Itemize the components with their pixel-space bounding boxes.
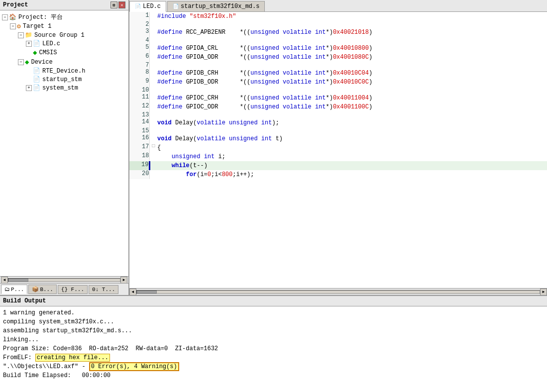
code-content-17[interactable]: { (157, 143, 547, 152)
build-line-5: Program Size: Code=836 RO-data=252 RW-da… (3, 344, 544, 353)
functions-tab-label: {} F... (61, 287, 84, 293)
left-tab-templates[interactable]: 0↓ T... (89, 285, 118, 294)
tree-toggle-target1[interactable]: − (10, 23, 16, 29)
scroll-track[interactable] (8, 278, 120, 282)
fold-9 (149, 78, 157, 87)
code-content-15[interactable] (157, 127, 547, 134)
code-editor-area[interactable]: 1 #include "stm32f10x.h" 2 3 (129, 12, 547, 288)
build-output-panel: Build Output 1 warning generated. compil… (0, 295, 547, 392)
code-content-19[interactable]: while(t--) (157, 161, 547, 170)
tree-item-target1[interactable]: − ⚙ Target 1 (1, 22, 127, 31)
code-row-15: 15 (129, 127, 547, 134)
tab-ledc[interactable]: 📄 LED.c (129, 1, 166, 12)
fromelf-highlight: creating hex file... (35, 354, 110, 362)
line-num-16: 16 (129, 134, 149, 143)
line-num-11: 11 (129, 94, 149, 102)
fold-8 (149, 69, 157, 78)
tree-label-ledc: LED.c (42, 40, 60, 47)
fold-3 (149, 28, 157, 37)
left-tab-project[interactable]: 🗂 P... (1, 285, 27, 294)
code-content-5[interactable]: #define GPIOA_CRL *((unsigned volatile i… (157, 44, 547, 53)
books-tab-icon: 📦 (32, 286, 39, 293)
fold-20 (149, 170, 157, 179)
code-row-4: 4 (129, 37, 547, 44)
code-content-14[interactable]: void Delay(volatile unsigned int); (157, 118, 547, 127)
code-content-12[interactable]: #define GPIOC_ODR *((unsigned volatile i… (157, 102, 547, 111)
code-content-20[interactable]: for(i=0;i<800;i++); (157, 170, 547, 179)
project-panel: Project ⊞ ✕ − 🏠 Project: 平台 − (0, 0, 129, 295)
code-row-9: 9 #define GPIOB_ODR *((unsigned volatile… (129, 78, 547, 87)
line-num-4: 4 (129, 37, 149, 44)
tree-hscrollbar[interactable]: ◄ ► (0, 276, 128, 283)
tree-toggle-device[interactable]: − (18, 59, 24, 65)
project-tab-label: P... (11, 287, 24, 293)
fold-2 (149, 21, 157, 28)
code-content-8[interactable]: #define GPIOB_CRH *((unsigned volatile i… (157, 69, 547, 78)
line-num-8: 8 (129, 69, 149, 78)
tree-item-startup[interactable]: 📄 startup_stm (1, 75, 127, 84)
panel-close-btn[interactable]: ✕ (118, 1, 125, 8)
tree-label-sourcegroup: Source Group 1 (34, 32, 85, 39)
tree-item-cmsis[interactable]: ◆ CMSIS (1, 48, 127, 57)
code-row-16: 16 void Delay(volatile unsigned int t) (129, 134, 547, 143)
line-num-17: 17 (129, 143, 149, 152)
code-editor-panel: 📄 LED.c 📄 startup_stm32f10x_md.s 1 (129, 0, 547, 295)
code-row-1: 1 #include "stm32f10x.h" (129, 12, 547, 21)
tree-label-rte: RTE_Device.h (42, 68, 85, 75)
tree-item-sourcegroup[interactable]: − 📁 Source Group 1 (1, 31, 127, 39)
code-row-20: 20 for(i=0;i<800;i++); (129, 170, 547, 179)
code-row-14: 14 void Delay(volatile unsigned int); (129, 118, 547, 127)
line-num-19: 19 (129, 161, 149, 170)
templates-tab-label: 0↓ T... (92, 287, 115, 293)
code-content-1[interactable]: #include "stm32f10x.h" (157, 12, 547, 21)
tree-toggle-system[interactable]: + (26, 85, 32, 91)
code-content-18[interactable]: unsigned int i; (157, 152, 547, 161)
tree-item-system[interactable]: + 📄 system_stm (1, 84, 127, 92)
tree-item-device[interactable]: − ◆ Device (1, 57, 127, 67)
code-hscrollbar[interactable]: ◄ ► (129, 288, 547, 295)
code-content-9[interactable]: #define GPIOB_ODR *((unsigned volatile i… (157, 78, 547, 87)
tree-toggle-ledc[interactable]: + (26, 41, 32, 47)
code-row-8: 8 #define GPIOB_CRH *((unsigned volatile… (129, 69, 547, 78)
scroll-right-btn[interactable]: ► (120, 277, 127, 284)
tree-item-rte[interactable]: 📄 RTE_Device.h (1, 67, 127, 75)
code-table: 1 #include "stm32f10x.h" 2 3 (129, 12, 547, 179)
code-content-10[interactable] (157, 87, 547, 94)
code-content-3[interactable]: #define RCC_APB2ENR *((unsigned volatile… (157, 28, 547, 37)
fold-6 (149, 53, 157, 62)
build-line-6: FromELF: creating hex file... (3, 353, 544, 362)
line-num-13: 13 (129, 111, 149, 118)
tree-item-ledc[interactable]: + 📄 LED.c (1, 39, 127, 48)
fold-7 (149, 62, 157, 69)
code-scroll-track[interactable] (136, 290, 540, 294)
code-row-19: 19 while(t--) (129, 161, 547, 170)
code-content-2[interactable] (157, 21, 547, 28)
errors-warnings-highlight: 0 Error(s), 4 Warning(s) (89, 362, 179, 371)
code-content-6[interactable]: #define GPIOA_ODR *((unsigned volatile i… (157, 53, 547, 62)
tree-item-root[interactable]: − 🏠 Project: 平台 (1, 12, 127, 22)
code-scroll-left[interactable]: ◄ (129, 289, 136, 295)
tree-toggle-sourcegroup[interactable]: − (18, 32, 24, 38)
code-content-4[interactable] (157, 37, 547, 44)
left-tab-books[interactable]: 📦 B... (28, 285, 56, 294)
fold-15 (149, 127, 157, 134)
code-scroll-right[interactable]: ► (540, 289, 547, 295)
code-scroll-thumb[interactable] (137, 291, 157, 294)
code-content-7[interactable] (157, 62, 547, 69)
left-tab-functions[interactable]: {} F... (58, 285, 88, 294)
code-content-13[interactable] (157, 111, 547, 118)
tree-toggle-root[interactable]: − (2, 14, 8, 20)
code-row-10: 10 (129, 87, 547, 94)
tree-label-system: system_stm (42, 85, 78, 92)
code-content-16[interactable]: void Delay(volatile unsigned int t) (157, 134, 547, 143)
panel-pin-btn[interactable]: ⊞ (110, 1, 117, 8)
books-tab-label: B... (40, 287, 53, 293)
code-content-11[interactable]: #define GPIOC_CRH *((unsigned volatile i… (157, 94, 547, 102)
objects-path: ".\\Objects\\LED.axf" - (3, 363, 89, 370)
scroll-left-btn[interactable]: ◄ (1, 277, 8, 284)
fold-13 (149, 111, 157, 118)
tab-startup[interactable]: 📄 startup_stm32f10x_md.s (167, 1, 265, 11)
code-row-2: 2 (129, 21, 547, 28)
build-output-header: Build Output (0, 296, 547, 306)
scroll-thumb[interactable] (8, 279, 28, 282)
